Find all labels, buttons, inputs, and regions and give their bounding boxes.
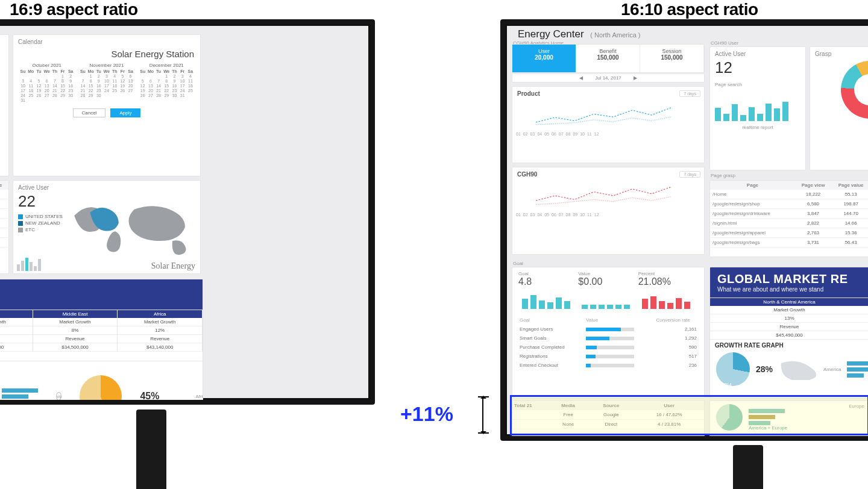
goal-section-label: Goal (513, 261, 523, 266)
page-grasp-table-card: PagePage viewPage value/Home18,22255.13/… (709, 180, 868, 257)
monitor-stand-right (733, 445, 763, 489)
active-user-label: Active User (13, 181, 200, 192)
revenue-region-col: North & Central AmericaMarket Growth13%R… (710, 298, 868, 340)
goal-bars-b (578, 291, 638, 313)
page-grasp-label: Page grasp (711, 173, 735, 178)
calendar-month: November 2021SuMoTuWeThFrSa1234567891011… (79, 63, 134, 102)
goal-stat: Goal4.8 (518, 271, 578, 287)
growth-pie-combined (716, 404, 743, 431)
table-row: /google/redesign/apparel2,76315.36 (0, 228, 8, 238)
growth-hbars-combined (749, 409, 864, 425)
growth-hbars-1 (2, 388, 38, 405)
growth-year-2014: 2014 (722, 382, 732, 387)
legend-row: Mobile : 22.6% (0, 159, 4, 166)
grasp-title: Grasp (0, 35, 8, 46)
table-header: Page value (0, 181, 8, 190)
active-user-card: Active User 12 Page search realtime repo… (709, 46, 806, 170)
table-row: /google/redesign/shop6,580198.87 (0, 199, 8, 209)
growth-pie-2015 (80, 375, 122, 405)
growth-combined-card: Europe America + Europe (709, 400, 868, 439)
date-prev-icon[interactable]: ◀ (579, 75, 583, 81)
goal-row: Engaged Users2,161 (514, 325, 703, 333)
table-row: /Home18,22255.13 (0, 190, 8, 199)
cgh90-spark-chart (512, 179, 704, 213)
media-total-value: 21 (527, 403, 532, 408)
growth-rate-title-r: GROWTH RATE GRAPH (710, 340, 868, 351)
growth-rate-card: ATE GRAPH 2014 28% America vs 2015 (0, 361, 203, 405)
goal-bars-a (518, 291, 578, 313)
table-row: /google/redesign/bags3,73156.43 (0, 238, 8, 248)
calendar-heading: Solar Energy Station (13, 46, 200, 60)
aspect-ratio-label-16-9: 16:9 aspect ratio (10, 0, 138, 19)
table-row: /google/redesign/drinkware3,847144.70 (710, 209, 868, 219)
table-row: /signin.html2,82214.66 (710, 219, 868, 228)
legend-row: Tablet : 3.1% (0, 166, 4, 172)
calendar-cancel-button[interactable]: Cancel (73, 108, 106, 117)
table-row: /signin.html2,82214.66 (0, 219, 8, 228)
grasp-card-right: Grasp DeskTop : 74.3%Mobile : 22.6%Table… (810, 46, 868, 170)
media-table-card: Total 21MediaSourceUser FreeGoogle16 / 4… (512, 400, 705, 439)
app-title: Energy Center ( North America ) (514, 28, 641, 40)
map-mini-bars (17, 254, 41, 271)
product-range[interactable]: 7 days (679, 90, 700, 97)
active-user-value-r: 12 (710, 58, 805, 77)
cgh90-card: CGH90 7 days 010203040506070809101112 (512, 167, 705, 255)
growth-europe-label: Europe (749, 403, 864, 409)
vs-icon: vs (56, 392, 61, 400)
goal-card: Goal4.8Value$0.00Percent21.08% GoalValue… (512, 267, 705, 398)
active-user-map-card: Active User 22 UNITED STATESNEW ZEALANDE… (13, 180, 201, 274)
product-card: Product 7 days 010203040506070809101112 (512, 86, 705, 163)
growth-pct-2015: 45% (140, 391, 159, 402)
goal-stat: Percent21.08% (638, 271, 698, 287)
media-row: FreeGoogle16 / 47.62% (512, 410, 704, 420)
app-subtitle: ( North America ) (590, 31, 640, 39)
analytics-tabs: User20,000Benefit150,000Session150,000 (512, 44, 705, 73)
plus-11-label: +11% (400, 402, 453, 426)
measure-bracket (482, 396, 499, 434)
revenue-title: OBAL MARKET REVENUE (0, 284, 195, 298)
media-total-label: Total (514, 403, 526, 408)
growth-map-r (779, 358, 817, 380)
monitor-16-9: SAMSUNG Grasp realtime report DeskTop : … (0, 19, 375, 405)
table-header: Page view (795, 181, 831, 190)
page-search-label: Page search (710, 77, 805, 89)
goal-row: Purchase Completed590 (514, 343, 703, 351)
cgh90-user-label: CGH90 User (711, 40, 738, 46)
goal-row: Entered Checkout236 (514, 361, 703, 369)
date-next-icon[interactable]: ▶ (634, 75, 637, 81)
revenue-region-col: AsiaMarket Growth14%Revenue$47,760,000 (0, 310, 33, 352)
calendar-card: Calendar Solar Energy Station October 20… (13, 34, 201, 176)
goal-stat: Value$0.00 (578, 271, 638, 287)
legend-row: DeskTop : 74.3% (0, 152, 4, 159)
media-row: NoneDirect4 / 23.81% (512, 420, 704, 429)
revenue-region-col: Middle EastMarket Growth8%Revenue$34,500… (33, 310, 118, 352)
page-table-card: PagePage viewPage value/Home18,22255.13/… (0, 180, 9, 274)
device-donut-chart-r (841, 61, 868, 119)
growth-region-2: Africa (195, 394, 203, 399)
monitor-16-10: Energy Center ( North America ) CGH90 An… (500, 19, 868, 441)
map-footer: Solar Energy (151, 261, 195, 271)
table-header: Page (710, 181, 795, 190)
growth-hbars-r (847, 361, 868, 378)
calendar-title: Calendar (13, 35, 200, 46)
current-date: Jul 14, 2017 (595, 75, 621, 81)
app-title-text: Energy Center (518, 28, 584, 40)
table-row: /google/redesign/bags3,73156.43 (710, 238, 868, 248)
cgh90-range[interactable]: 7 days (679, 171, 700, 178)
table-row: /google/redesign/shop6,580198.87 (710, 199, 868, 209)
aspect-ratio-label-16-10: 16:10 aspect ratio (621, 0, 758, 19)
realtime-label-r: realtime report (710, 125, 805, 130)
grasp-card: Grasp realtime report DeskTop : 74.3%Mob… (0, 34, 9, 176)
growth-combined-label: America + Europe (749, 425, 864, 431)
monitor-stand-left (136, 410, 166, 489)
analytics-tab-user[interactable]: User20,000 (512, 45, 576, 72)
grasp-title-r: Grasp (810, 47, 868, 58)
revenue-region-col: AfricaMarket Growth12%Revenue$43,140,000 (118, 310, 203, 352)
calendar-month: October 2021SuMoTuWeThFrSa12345678910111… (19, 63, 74, 102)
calendar-apply-button[interactable]: Apply (110, 108, 140, 117)
world-map (71, 195, 198, 261)
goal-row: Registrations517 (514, 352, 703, 360)
analytics-tab-session[interactable]: Session150,000 (640, 45, 704, 72)
table-row: /Home18,22255.13 (710, 190, 868, 199)
analytics-tab-benefit[interactable]: Benefit150,000 (576, 45, 640, 72)
